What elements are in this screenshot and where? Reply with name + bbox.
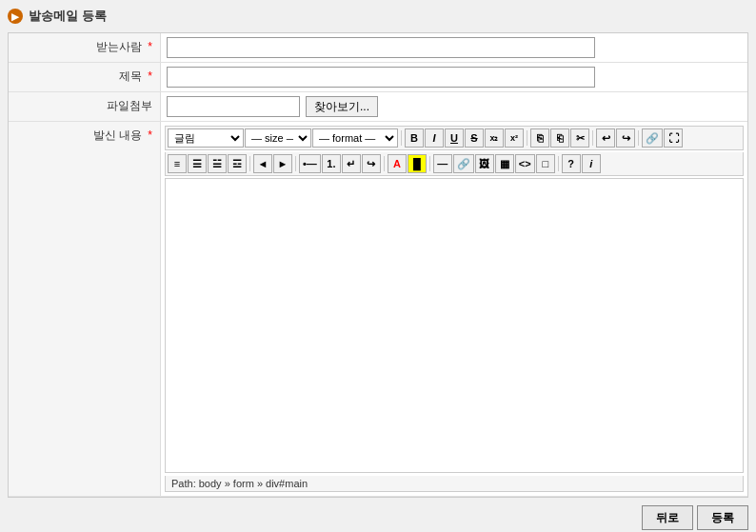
cut-button[interactable]: ✂ — [570, 128, 589, 148]
help-button[interactable]: ? — [562, 154, 581, 173]
italic-button[interactable]: I — [425, 128, 444, 148]
forecolor-button[interactable]: A — [388, 154, 407, 173]
separator4 — [638, 130, 639, 146]
superscript-button[interactable]: x² — [505, 128, 524, 148]
bottom-bar: 뒤로 등록 — [8, 505, 748, 530]
subject-value — [161, 63, 747, 91]
info-button[interactable]: i — [582, 154, 601, 173]
required-star2: * — [148, 69, 152, 83]
template-button[interactable]: □ — [536, 154, 555, 173]
page-wrapper: ▶ 발송메일 등록 받는사람 * 제목 * — [0, 0, 756, 532]
separator5 — [249, 156, 250, 171]
separator1 — [401, 130, 402, 146]
ordered-list-button[interactable]: 1. — [322, 154, 341, 173]
content-label: 발신 내용 * — [9, 122, 161, 496]
attachment-label: 파일첨부 — [9, 92, 161, 121]
size-select[interactable]: — size — — [245, 128, 311, 148]
subscript-button[interactable]: x₂ — [485, 128, 504, 148]
increase-indent-button[interactable]: ↪ — [362, 154, 381, 173]
main-form: 받는사람 * 제목 * 파일첨부 찾아보기... — [8, 32, 748, 498]
recipient-input[interactable] — [167, 37, 595, 58]
hyperlink-button[interactable]: 🔗 — [453, 154, 474, 173]
hilitecolor-button[interactable]: █ — [408, 154, 427, 173]
subject-input[interactable] — [167, 67, 595, 88]
paste-button[interactable]: ⎗ — [550, 128, 569, 148]
browse-button[interactable]: 찾아보기... — [306, 96, 378, 117]
format-select[interactable]: — format — — [312, 128, 398, 148]
required-star: * — [148, 40, 152, 53]
code-button[interactable]: <> — [515, 154, 535, 173]
underline-button[interactable]: U — [445, 128, 464, 148]
file-input[interactable] — [167, 96, 300, 117]
decrease-indent-button[interactable]: ↵ — [342, 154, 361, 173]
bold-button[interactable]: B — [405, 128, 424, 148]
recipient-label: 받는사람 * — [9, 33, 161, 62]
attachment-row: 파일첨부 찾아보기... — [9, 92, 747, 122]
table-button[interactable]: ▦ — [495, 154, 514, 173]
editor-textarea[interactable] — [165, 178, 744, 473]
toolbar-row1: 글림 — size — — format — B I U S x₂ x² — [165, 126, 744, 150]
redo-button[interactable]: ↪ — [616, 128, 635, 148]
hr-button[interactable]: — — [433, 154, 452, 173]
indent-button[interactable]: ► — [273, 154, 292, 173]
align-center-button[interactable]: ☰ — [188, 154, 207, 173]
outdent-button[interactable]: ◄ — [253, 154, 272, 173]
copy-button[interactable]: ⎘ — [530, 128, 549, 148]
recipient-value — [161, 33, 747, 62]
header-icon: ▶ — [8, 9, 23, 24]
separator2 — [527, 130, 527, 146]
undo-button[interactable]: ↩ — [596, 128, 615, 148]
editor-container: 글림 — size — — format — B I U S x₂ x² — [161, 122, 747, 496]
fullscreen-button[interactable]: ⛶ — [664, 128, 683, 148]
subject-label: 제목 * — [9, 63, 161, 91]
align-right-button[interactable]: ☱ — [208, 154, 227, 173]
separator9 — [558, 156, 559, 171]
content-row: 발신 내용 * 글림 — size — — format — B — [9, 122, 747, 497]
separator8 — [429, 156, 430, 171]
required-star3: * — [148, 128, 152, 142]
attachment-value: 찾아보기... — [161, 92, 747, 121]
align-left-button[interactable]: ≡ — [168, 154, 187, 173]
image-button[interactable]: 🖼 — [475, 154, 494, 173]
back-button[interactable]: 뒤로 — [642, 505, 693, 530]
editor-path: Path: body » form » div#main — [165, 476, 744, 492]
recipient-row: 받는사람 * — [9, 33, 747, 63]
separator6 — [295, 156, 296, 171]
font-select[interactable]: 글림 — [168, 128, 244, 148]
link-button[interactable]: 🔗 — [642, 128, 663, 148]
subject-row: 제목 * — [9, 63, 747, 92]
strikethrough-button[interactable]: S — [465, 128, 484, 148]
toolbar-row2: ≡ ☰ ☱ ☲ ◄ ► •— 1. ↵ ↪ A █ — — [165, 152, 744, 176]
justify-button[interactable]: ☲ — [228, 154, 247, 173]
unordered-list-button[interactable]: •— — [299, 154, 321, 173]
separator7 — [384, 156, 385, 171]
page-title: 발송메일 등록 — [29, 8, 107, 25]
page-header: ▶ 발송메일 등록 — [8, 8, 748, 25]
register-button[interactable]: 등록 — [697, 505, 748, 530]
separator3 — [592, 130, 593, 146]
